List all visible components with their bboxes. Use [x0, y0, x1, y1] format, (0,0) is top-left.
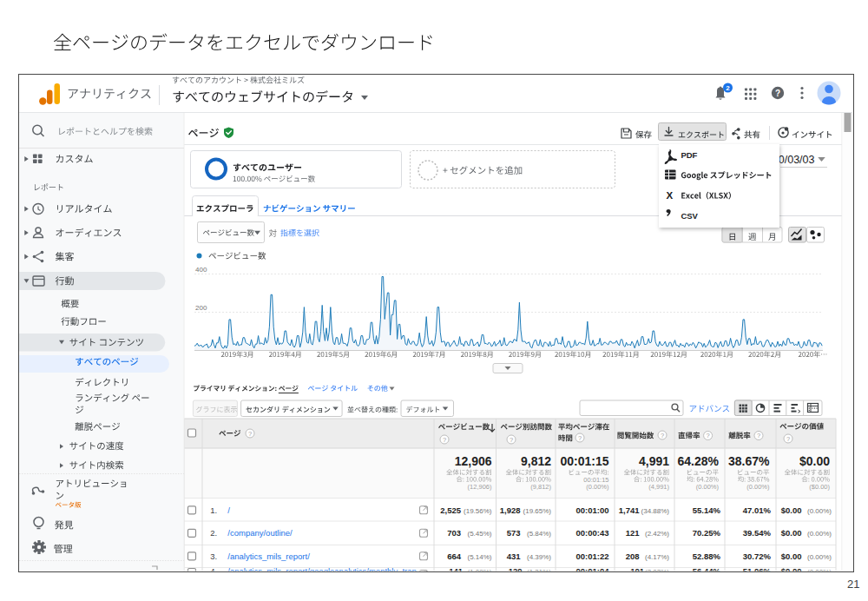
- svg-text:(19.56%): (19.56%): [464, 507, 492, 515]
- svg-text:00:01:22: 00:01:22: [575, 551, 608, 561]
- svg-text:4,991: 4,991: [639, 454, 669, 468]
- svg-text:1,928: 1,928: [500, 505, 521, 515]
- svg-text:208: 208: [626, 551, 640, 561]
- svg-text:2: 2: [726, 84, 730, 92]
- svg-text:(0.00%): (0.00%): [807, 553, 832, 561]
- svg-text:?: ?: [775, 89, 780, 98]
- svg-text:X: X: [667, 190, 674, 201]
- svg-text:(5.14%): (5.14%): [467, 553, 491, 561]
- svg-text:(0.00%): (0.00%): [586, 483, 609, 491]
- svg-text:4.: 4.: [210, 566, 217, 576]
- svg-text:(0.00%): (0.00%): [807, 507, 832, 515]
- svg-text:?: ?: [578, 434, 582, 442]
- svg-text:PDF: PDF: [681, 150, 697, 160]
- svg-text:573: 573: [507, 528, 521, 538]
- svg-text:39.54%: 39.54%: [743, 528, 772, 538]
- svg-text:/analytics_mils_report/: /analytics_mils_report/: [227, 551, 310, 561]
- svg-text:?: ?: [661, 432, 664, 439]
- svg-text:(5.84%): (5.84%): [527, 530, 551, 538]
- svg-text:(0.00%): (0.00%): [746, 483, 770, 491]
- svg-text:21: 21: [847, 578, 859, 591]
- svg-text:200: 200: [195, 304, 207, 312]
- svg-text:52.88%: 52.88%: [693, 551, 721, 561]
- svg-text:(9,812): (9,812): [530, 483, 551, 491]
- svg-text:70.25%: 70.25%: [693, 528, 721, 538]
- svg-text:00:00:43: 00:00:43: [575, 528, 608, 538]
- svg-text:00:01:04: 00:01:04: [575, 566, 609, 576]
- svg-text:64.28%: 64.28%: [678, 454, 720, 468]
- svg-text:400: 400: [195, 266, 207, 274]
- svg-text:(4.39%): (4.39%): [527, 553, 551, 561]
- svg-text:129: 129: [509, 566, 523, 576]
- svg-text:/company/outline/: /company/outline/: [227, 528, 293, 538]
- svg-text:(2.42%): (2.42%): [645, 530, 669, 538]
- svg-text:?: ?: [786, 435, 790, 443]
- svg-text:30.72%: 30.72%: [743, 551, 772, 561]
- svg-text:$0.00: $0.00: [781, 551, 802, 561]
- svg-text:12,906: 12,906: [455, 454, 492, 468]
- svg-text:$0.00: $0.00: [781, 566, 802, 576]
- svg-text:?: ?: [248, 430, 252, 438]
- svg-text:(19.65%): (19.65%): [523, 507, 552, 515]
- svg-text:?: ?: [707, 432, 710, 439]
- svg-text:9,812: 9,812: [521, 454, 551, 468]
- svg-text:703: 703: [447, 528, 461, 538]
- svg-text:38.67%: 38.67%: [728, 454, 770, 468]
- svg-text:00:01:15: 00:01:15: [560, 454, 608, 468]
- svg-text:($0.00): ($0.00): [809, 483, 830, 491]
- svg-text:1.: 1.: [210, 505, 217, 515]
- svg-text:$0.00: $0.00: [781, 528, 802, 538]
- svg-text:56.44%: 56.44%: [693, 566, 721, 576]
- svg-text:141: 141: [449, 566, 464, 576]
- svg-text:?: ?: [443, 436, 446, 444]
- svg-text:431: 431: [507, 551, 522, 561]
- svg-text:?: ?: [510, 436, 513, 444]
- svg-text:2,525: 2,525: [440, 505, 461, 515]
- svg-text:/: /: [227, 505, 230, 515]
- svg-text:?: ?: [757, 432, 760, 439]
- svg-text:(34.88%): (34.88%): [641, 507, 670, 515]
- svg-text:$0.00: $0.00: [781, 505, 802, 515]
- svg-text:101: 101: [630, 566, 645, 576]
- svg-text:(12,906): (12,906): [468, 483, 492, 491]
- svg-text:/analytics_mils_report/googlea: /analytics_mils_report/googleanalytics/m…: [227, 566, 417, 576]
- svg-text:664: 664: [447, 551, 462, 561]
- svg-text:$0.00: $0.00: [799, 454, 830, 468]
- svg-text:(0.00%): (0.00%): [807, 530, 832, 538]
- svg-text:CSV: CSV: [681, 211, 698, 221]
- svg-text:55.14%: 55.14%: [693, 505, 721, 515]
- svg-text:(4,991): (4,991): [648, 483, 669, 491]
- svg-text:3.: 3.: [210, 551, 217, 561]
- svg-text:51.06%: 51.06%: [743, 566, 772, 576]
- svg-text:2.: 2.: [210, 528, 217, 538]
- svg-text:(0.00%): (0.00%): [696, 483, 720, 491]
- svg-text:121: 121: [626, 528, 641, 538]
- svg-text:0/03/03: 0/03/03: [779, 154, 815, 166]
- svg-text:47.01%: 47.01%: [743, 505, 772, 515]
- svg-text:1,741: 1,741: [619, 505, 640, 515]
- svg-text:(5.45%): (5.45%): [467, 530, 491, 538]
- svg-text:00:01:00: 00:01:00: [575, 505, 608, 515]
- svg-text:(4.17%): (4.17%): [645, 553, 669, 561]
